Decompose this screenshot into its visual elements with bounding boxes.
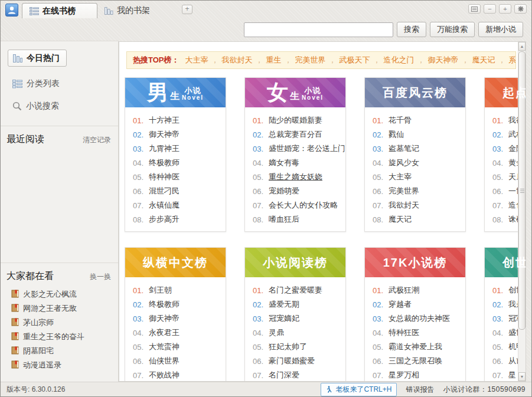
rank-item: 02.御天神帝 bbox=[125, 127, 226, 142]
novel-link[interactable]: 我欲封天 bbox=[389, 200, 419, 211]
novel-link[interactable]: 狂妃太帅了 bbox=[269, 342, 307, 352]
rank-item: 04.旋风少女 bbox=[365, 156, 465, 170]
hot-search-item[interactable]: 完美世界 bbox=[295, 55, 326, 64]
rank-number: 05. bbox=[253, 343, 269, 352]
hot-search-item[interactable]: 我欲封天 bbox=[222, 55, 253, 64]
novel-link[interactable]: 终极教师 bbox=[149, 158, 179, 168]
rank-number: 04. bbox=[133, 329, 149, 337]
hot-search-item[interactable]: 御天神帝 bbox=[428, 55, 459, 64]
novel-link[interactable]: 阴墓阳宅 bbox=[23, 346, 54, 356]
refresh-link[interactable]: 换一换 bbox=[90, 272, 111, 282]
novel-link[interactable]: 剑王朝 bbox=[149, 285, 172, 296]
scroll-up-arrow-icon[interactable]: ▲ bbox=[518, 42, 526, 51]
novel-link[interactable]: 不败战神 bbox=[149, 370, 179, 380]
novel-link[interactable]: 名门深爱 bbox=[269, 370, 299, 380]
novel-link[interactable]: 灵鼎 bbox=[269, 327, 284, 338]
novel-link[interactable]: 火影之无心枫流 bbox=[23, 289, 77, 300]
boss-key-button[interactable]: 老板来了CTRL+H bbox=[321, 383, 397, 396]
new-tab-button[interactable]: + bbox=[182, 5, 192, 14]
novel-link[interactable]: 九霄神王 bbox=[149, 143, 179, 154]
rank-number: 02. bbox=[133, 130, 149, 139]
novel-link[interactable]: 重生之王爷的奋斗 bbox=[23, 332, 84, 342]
novel-link[interactable]: 网游之王者无敌 bbox=[23, 303, 77, 314]
novel-link[interactable]: 十方神王 bbox=[149, 115, 179, 126]
novel-link[interactable]: 嫡女有毒 bbox=[269, 158, 299, 168]
novel-link[interactable]: 旋风少女 bbox=[389, 158, 419, 168]
novel-link[interactable]: 宠婚萌爱 bbox=[269, 186, 299, 196]
novel-link[interactable]: 戮仙 bbox=[389, 129, 404, 140]
add-novel-button[interactable]: 新增小说 bbox=[478, 22, 523, 37]
hot-search-item[interactable]: 武极天下 bbox=[340, 55, 370, 64]
tab-my-bookshelf[interactable]: 我的书架 bbox=[97, 3, 157, 18]
novel-link[interactable]: 冠宠嫡妃 bbox=[269, 313, 299, 324]
close-button[interactable] bbox=[514, 4, 527, 14]
novel-link[interactable]: 会长大人的女仆攻略 bbox=[269, 200, 338, 211]
hot-search-item[interactable]: 重生 bbox=[266, 55, 282, 64]
universal-search-button[interactable]: 万能搜索 bbox=[430, 22, 475, 37]
novel-link[interactable]: 步步高升 bbox=[149, 214, 179, 225]
user-avatar[interactable] bbox=[5, 4, 18, 17]
book-icon bbox=[11, 360, 19, 370]
minimize-icon: − bbox=[488, 5, 491, 12]
novel-link[interactable]: 特种狂医 bbox=[389, 327, 419, 338]
novel-link[interactable]: 总裁宠妻百分百 bbox=[269, 129, 322, 140]
sidebar-item-today-hot[interactable]: 今日热门 bbox=[8, 50, 67, 67]
rank-number: 01. bbox=[373, 116, 389, 125]
search-button[interactable]: 搜索 bbox=[397, 22, 426, 37]
novel-link[interactable]: 星 bbox=[508, 370, 516, 380]
hot-search-links: 大主宰，我欲封天，重生，完美世界，武极天下，造化之门，御天神帝，魔天记，系统，校… bbox=[184, 55, 517, 65]
novel-link[interactable]: 三国之无限召唤 bbox=[389, 356, 442, 366]
rank-number: 05. bbox=[373, 343, 389, 352]
novel-link[interactable]: 永镇仙魔 bbox=[149, 200, 179, 211]
novel-link[interactable]: 御天神帝 bbox=[149, 313, 179, 324]
novel-link[interactable]: 霸道女神爱上我 bbox=[389, 342, 442, 352]
novel-link[interactable]: 完美世界 bbox=[389, 186, 419, 196]
novel-link[interactable]: 豪门暖婚蜜爱 bbox=[269, 356, 315, 366]
novel-link[interactable]: 盗墓笔记 bbox=[389, 143, 419, 154]
main-menu-button[interactable] bbox=[468, 4, 481, 14]
novel-link[interactable]: 大主宰 bbox=[389, 172, 412, 182]
book-icon bbox=[11, 346, 19, 356]
hot-search-item[interactable]: 造化之门 bbox=[384, 55, 414, 64]
menu-icon bbox=[471, 6, 478, 12]
hot-search-item[interactable]: 系统 bbox=[509, 55, 517, 64]
sidebar-item-category-list[interactable]: 分类列表 bbox=[12, 78, 118, 89]
search-input[interactable] bbox=[244, 22, 393, 37]
novel-link[interactable]: 盛爱无期 bbox=[269, 299, 299, 310]
hot-search-item[interactable]: 大主宰 bbox=[185, 55, 208, 64]
novel-link[interactable]: 大荒蛮神 bbox=[149, 342, 179, 352]
board-title-small: 生 bbox=[290, 90, 301, 103]
novel-link[interactable]: 女总裁的功夫神医 bbox=[389, 313, 450, 324]
novel-link[interactable]: 重生之嫡女妖娆 bbox=[269, 172, 322, 182]
novel-link[interactable]: 陆少的暖婚新妻 bbox=[269, 115, 322, 126]
person-icon bbox=[7, 5, 17, 15]
error-report-link[interactable]: 错误报告 bbox=[406, 385, 434, 395]
board-title: 17K小说榜 bbox=[383, 255, 448, 271]
clear-records-link[interactable]: 清空记录 bbox=[83, 135, 111, 145]
novel-link[interactable]: 星罗万相 bbox=[389, 370, 419, 380]
novel-link[interactable]: 名门之蜜爱暖妻 bbox=[269, 285, 322, 296]
novel-link[interactable]: 茅山宗师 bbox=[23, 317, 54, 328]
tab-online-rankings[interactable]: 在线书榜 bbox=[22, 3, 97, 18]
novel-link[interactable]: 武极狂潮 bbox=[389, 285, 419, 296]
novel-link[interactable]: 花千骨 bbox=[389, 115, 412, 126]
rank-number: 01. bbox=[492, 116, 508, 125]
sidebar-item-novel-search[interactable]: 小说搜索 bbox=[12, 101, 118, 111]
novel-link[interactable]: 嗜血狂后 bbox=[269, 214, 299, 225]
board-card: 百度风云榜01.花千骨02.戮仙03.盗墓笔记04.旋风少女05.大主宰06.完… bbox=[364, 77, 466, 232]
novel-link[interactable]: 动漫逍遥录 bbox=[23, 360, 61, 370]
novel-link[interactable]: 终极教师 bbox=[149, 299, 179, 310]
everyone-reading-section: 大家都在看 换一换 火影之无心枫流网游之王者无敌茅山宗师重生之王爷的奋斗阴墓阳宅… bbox=[1, 263, 118, 382]
minimize-button[interactable]: − bbox=[484, 4, 496, 14]
maximize-button[interactable]: + bbox=[499, 4, 511, 14]
scroll-down-arrow-icon[interactable]: ▼ bbox=[518, 372, 526, 381]
novel-link[interactable]: 特种神医 bbox=[149, 172, 179, 182]
novel-link[interactable]: 御天神帝 bbox=[149, 129, 179, 140]
novel-link[interactable]: 穿越者 bbox=[389, 299, 412, 310]
novel-link[interactable]: 盛世婚宠：老公送上门 bbox=[269, 143, 345, 154]
novel-link[interactable]: 永夜君王 bbox=[149, 327, 179, 338]
novel-link[interactable]: 仙侠世界 bbox=[149, 356, 179, 366]
novel-link[interactable]: 混世刁民 bbox=[149, 186, 179, 196]
hot-search-item[interactable]: 魔天记 bbox=[472, 55, 495, 64]
novel-link[interactable]: 魔天记 bbox=[389, 214, 412, 225]
